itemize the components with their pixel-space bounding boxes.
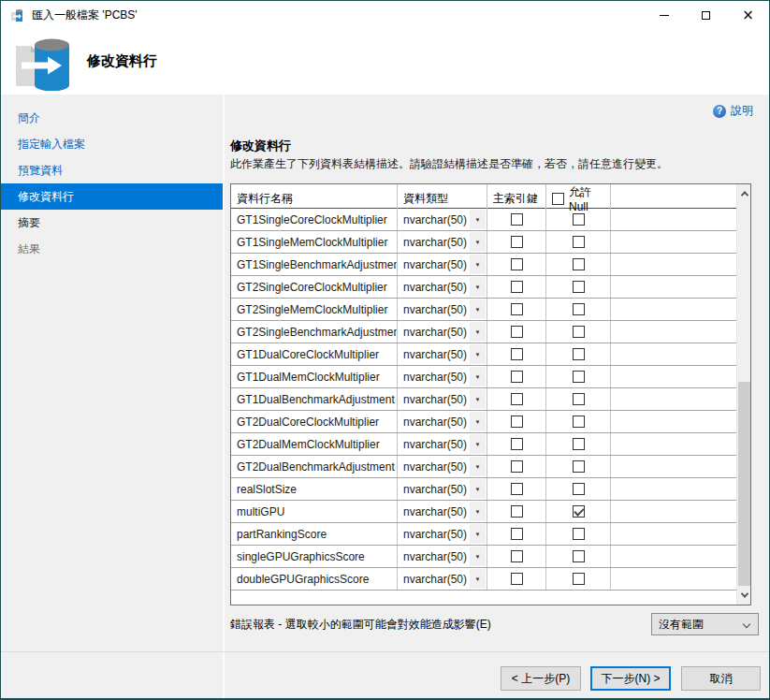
data-type-dropdown-button[interactable]: ▼ — [470, 232, 486, 252]
primary-key-checkbox[interactable] — [511, 438, 523, 450]
scroll-up-button[interactable] — [737, 184, 751, 203]
primary-key-checkbox[interactable] — [511, 326, 523, 338]
column-name-cell[interactable]: GT1DualBenchmarkAdjustment — [231, 388, 398, 410]
allow-null-checkbox[interactable] — [573, 371, 585, 383]
data-type-dropdown-button[interactable]: ▼ — [470, 434, 486, 454]
allow-null-checkbox[interactable] — [573, 258, 585, 270]
column-name-cell[interactable]: partRankingScore — [231, 523, 398, 545]
data-type-dropdown-button[interactable]: ▼ — [470, 479, 486, 499]
data-type-cell[interactable]: nvarchar(50) ▼ — [398, 433, 487, 455]
primary-key-checkbox[interactable] — [511, 573, 523, 585]
data-type-dropdown-button[interactable]: ▼ — [470, 412, 486, 431]
data-type-cell[interactable]: nvarchar(50) ▼ — [398, 411, 487, 432]
minimize-button[interactable] — [643, 1, 685, 30]
sidebar-item-preview-data[interactable]: 預覽資料 — [1, 157, 223, 183]
data-type-cell[interactable]: nvarchar(50) ▼ — [398, 231, 487, 253]
data-type-dropdown-button[interactable]: ▼ — [470, 210, 486, 229]
column-name-cell[interactable]: GT1DualCoreClockMultiplier — [231, 343, 398, 365]
data-type-cell[interactable]: nvarchar(50) ▼ — [398, 299, 487, 320]
data-type-dropdown-button[interactable]: ▼ — [470, 322, 486, 342]
primary-key-checkbox[interactable] — [511, 393, 523, 405]
column-name-cell[interactable]: GT1DualMemClockMultiplier — [231, 366, 398, 387]
primary-key-checkbox[interactable] — [511, 281, 523, 293]
sidebar-item-introduction[interactable]: 簡介 — [1, 105, 223, 131]
allow-null-checkbox[interactable] — [573, 326, 585, 338]
primary-key-checkbox[interactable] — [511, 528, 523, 540]
column-name-cell[interactable]: GT2SingleBenchmarkAdjustment — [231, 321, 398, 343]
previous-button[interactable]: < 上一步(P) — [501, 666, 581, 691]
data-type-cell[interactable]: nvarchar(50) ▼ — [398, 366, 487, 387]
allow-null-checkbox[interactable] — [573, 303, 585, 315]
allow-null-checkbox[interactable] — [573, 573, 585, 585]
column-name-cell[interactable]: GT1SingleCoreClockMultiplier — [231, 209, 398, 230]
data-type-dropdown-button[interactable]: ▼ — [470, 344, 486, 364]
data-type-cell[interactable]: nvarchar(50) ▼ — [398, 478, 487, 500]
help-link[interactable]: ? 說明 — [713, 103, 753, 119]
data-type-dropdown-button[interactable]: ▼ — [470, 547, 486, 566]
column-name-cell[interactable]: GT2DualCoreClockMultiplier — [231, 411, 398, 432]
primary-key-checkbox[interactable] — [511, 236, 523, 248]
column-name-cell[interactable]: GT2SingleCoreClockMultiplier — [231, 276, 398, 298]
sidebar-item-specify-input[interactable]: 指定輸入檔案 — [1, 131, 223, 157]
allow-null-checkbox[interactable] — [573, 281, 585, 293]
column-name-cell[interactable]: GT2SingleMemClockMultiplier — [231, 299, 398, 320]
primary-key-checkbox[interactable] — [511, 416, 523, 428]
data-type-cell[interactable]: nvarchar(50) ▼ — [398, 321, 487, 343]
allow-null-checkbox[interactable] — [573, 550, 585, 562]
allow-null-checkbox[interactable] — [573, 393, 585, 405]
data-type-dropdown-button[interactable]: ▼ — [470, 502, 486, 521]
allow-null-checkbox[interactable] — [573, 460, 585, 473]
column-name-cell[interactable]: GT1SingleBenchmarkAdjustment — [231, 254, 398, 275]
data-type-dropdown-button[interactable]: ▼ — [470, 277, 486, 297]
data-type-dropdown-button[interactable]: ▼ — [470, 255, 486, 274]
data-type-dropdown-button[interactable]: ▼ — [470, 389, 486, 409]
scroll-down-button[interactable] — [737, 586, 751, 605]
allow-null-checkbox[interactable] — [573, 348, 585, 360]
primary-key-checkbox[interactable] — [511, 505, 523, 518]
column-name-cell[interactable]: realSlotSize — [231, 478, 398, 500]
column-name-cell[interactable]: GT1SingleMemClockMultiplier — [231, 231, 398, 253]
data-type-cell[interactable]: nvarchar(50) ▼ — [398, 276, 487, 298]
scrollbar-thumb[interactable] — [738, 382, 750, 586]
primary-key-checkbox[interactable] — [511, 213, 523, 226]
sidebar-item-modify-columns[interactable]: 修改資料行 — [1, 183, 223, 210]
data-type-cell[interactable]: nvarchar(50) ▼ — [398, 546, 487, 567]
cancel-button[interactable]: 取消 — [681, 666, 761, 691]
data-type-dropdown-button[interactable]: ▼ — [470, 457, 486, 476]
allow-null-all-checkbox[interactable] — [552, 193, 564, 205]
primary-key-checkbox[interactable] — [511, 348, 523, 360]
data-type-cell[interactable]: nvarchar(50) ▼ — [398, 209, 487, 230]
primary-key-checkbox[interactable] — [511, 303, 523, 315]
data-type-dropdown-button[interactable]: ▼ — [470, 299, 486, 319]
allow-null-checkbox[interactable] — [573, 483, 585, 495]
allow-null-checkbox[interactable] — [573, 528, 585, 540]
close-button[interactable]: × — [727, 1, 769, 30]
primary-key-checkbox[interactable] — [511, 258, 523, 270]
data-type-cell[interactable]: nvarchar(50) ▼ — [398, 343, 487, 365]
data-type-dropdown-button[interactable]: ▼ — [470, 524, 486, 544]
next-button[interactable]: 下一步(N) > — [590, 666, 671, 691]
column-name-cell[interactable]: doubleGPUGraphicsScore — [231, 568, 398, 590]
data-type-cell[interactable]: nvarchar(50) ▼ — [398, 568, 487, 590]
table-vertical-scrollbar[interactable] — [736, 184, 750, 605]
data-type-dropdown-button[interactable]: ▼ — [470, 569, 486, 589]
data-type-cell[interactable]: nvarchar(50) ▼ — [398, 456, 487, 477]
column-name-cell[interactable]: multiGPU — [231, 501, 398, 522]
allow-null-checkbox[interactable] — [573, 236, 585, 248]
data-type-dropdown-button[interactable]: ▼ — [470, 367, 486, 386]
maximize-button[interactable] — [685, 1, 727, 30]
primary-key-checkbox[interactable] — [511, 483, 523, 495]
primary-key-checkbox[interactable] — [511, 371, 523, 383]
allow-null-checkbox[interactable] — [573, 505, 585, 518]
primary-key-checkbox[interactable] — [511, 550, 523, 562]
data-type-cell[interactable]: nvarchar(50) ▼ — [398, 388, 487, 410]
allow-null-checkbox[interactable] — [573, 416, 585, 428]
data-type-cell[interactable]: nvarchar(50) ▼ — [398, 254, 487, 275]
data-type-cell[interactable]: nvarchar(50) ▼ — [398, 523, 487, 545]
column-name-cell[interactable]: singleGPUGraphicsScore — [231, 546, 398, 567]
allow-null-checkbox[interactable] — [573, 213, 585, 226]
data-type-cell[interactable]: nvarchar(50) ▼ — [398, 501, 487, 522]
primary-key-checkbox[interactable] — [511, 460, 523, 473]
allow-null-checkbox[interactable] — [573, 438, 585, 450]
column-name-cell[interactable]: GT2DualBenchmarkAdjustment — [231, 456, 398, 477]
